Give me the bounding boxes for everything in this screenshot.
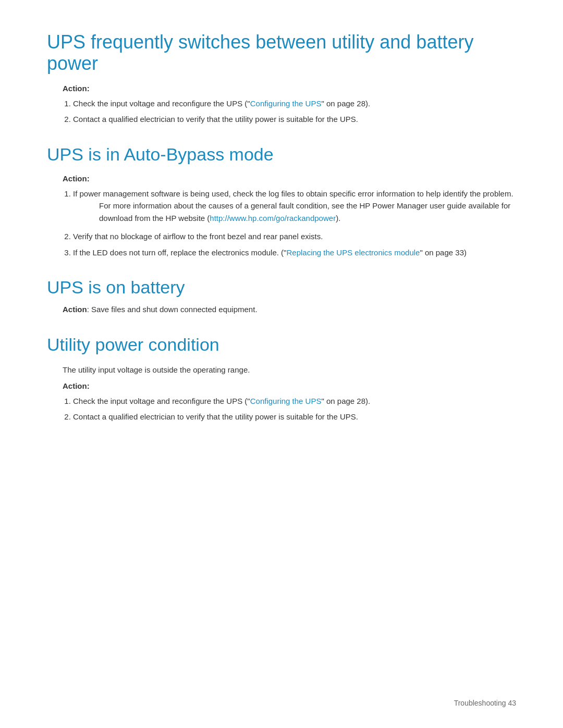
link-configuring-ups-1[interactable]: Configuring the UPS (250, 99, 322, 108)
list-item: Check the input voltage and reconfigure … (73, 98, 516, 110)
list-item-text: Contact a qualified electrician to verif… (73, 115, 358, 124)
list-item: Contact a qualified electrician to verif… (73, 411, 516, 423)
list-item: Verify that no blockage of airflow to th… (73, 231, 516, 243)
action-label-2: Action: (63, 174, 516, 183)
heading-on-battery: UPS is on battery (47, 277, 516, 298)
list-item-text: If the LED does not turn off, replace th… (73, 248, 467, 257)
heading-utility-power: Utility power condition (47, 335, 516, 355)
list-ups-switches: Check the input voltage and reconfigure … (63, 98, 516, 126)
list-item: If power management software is being us… (73, 188, 516, 225)
list-item-text: Verify that no blockage of airflow to th… (73, 232, 323, 241)
link-hp-website[interactable]: http://www.hp.com/go/rackandpower (210, 214, 336, 223)
list-auto-bypass: If power management software is being us… (63, 188, 516, 259)
action-inline-battery: Action: Save files and shut down connect… (63, 304, 516, 316)
list-item-text: Check the input voltage and reconfigure … (73, 397, 370, 405)
footer: Troubleshooting 43 (454, 699, 516, 707)
action-bold: Action (63, 305, 87, 314)
list-item-text: Check the input voltage and reconfigure … (73, 99, 370, 108)
extra-text: For more information about the causes of… (99, 200, 516, 225)
heading-ups-switches: UPS frequently switches between utility … (47, 31, 516, 75)
action-label-1: Action: (63, 84, 516, 93)
link-configuring-ups-2[interactable]: Configuring the UPS (250, 397, 322, 405)
list-item: Check the input voltage and reconfigure … (73, 396, 516, 408)
heading-auto-bypass: UPS is in Auto-Bypass mode (47, 144, 516, 165)
list-item-text: If power management software is being us… (73, 189, 513, 198)
list-item: Contact a qualified electrician to verif… (73, 114, 516, 126)
link-replacing-electronics-module[interactable]: Replacing the UPS electronics module (286, 248, 420, 257)
section-ups-switches: UPS frequently switches between utility … (47, 31, 516, 126)
section-auto-bypass: UPS is in Auto-Bypass mode Action: If po… (47, 144, 516, 259)
page-container: UPS frequently switches between utility … (0, 0, 563, 486)
section-on-battery: UPS is on battery Action: Save files and… (47, 277, 516, 316)
action-label-4: Action: (63, 381, 516, 390)
list-item: If the LED does not turn off, replace th… (73, 247, 516, 259)
list-utility-power: Check the input voltage and reconfigure … (63, 396, 516, 423)
footer-text: Troubleshooting 43 (454, 699, 516, 707)
utility-description: The utility input voltage is outside the… (63, 364, 516, 376)
list-item-text: Contact a qualified electrician to verif… (73, 412, 358, 421)
section-utility-power: Utility power condition The utility inpu… (47, 335, 516, 423)
